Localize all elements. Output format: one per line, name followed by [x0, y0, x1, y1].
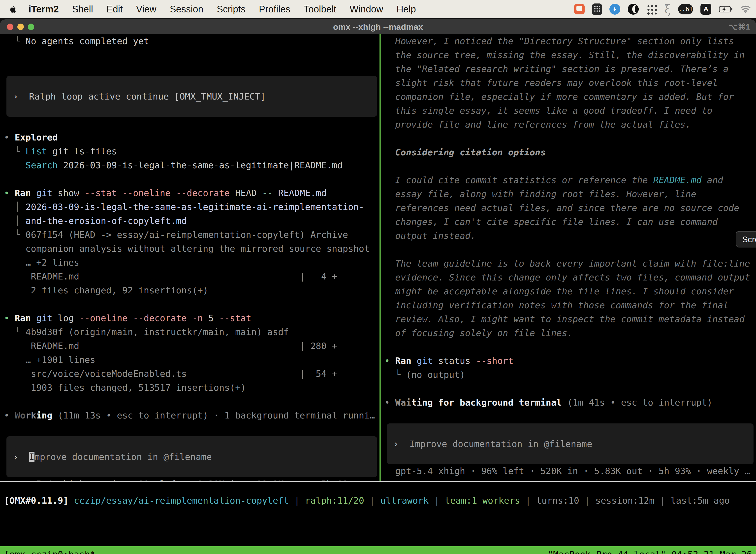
left-input-box[interactable]: › Improve documentation in @filename	[6, 436, 377, 477]
terminal-pane-left[interactable]: └ No agents completed yet › Ralph loop a…	[0, 34, 379, 481]
prompt-chevron: ›	[13, 452, 29, 462]
menu-item-help[interactable]: Help	[390, 4, 423, 15]
terminal-line: slight risk that future readers may over…	[384, 76, 756, 90]
terminal-line: including verification notes with those …	[384, 298, 756, 312]
left-output-top: └ No agents completed yet	[4, 34, 379, 62]
menu-item-shell[interactable]: Shell	[65, 4, 100, 15]
a-badge-status-icon[interactable]: A	[700, 4, 711, 15]
terminal-line: └ List git ls-files	[4, 145, 379, 158]
app-grid-status-icon[interactable]	[646, 4, 657, 15]
terminal-line	[4, 48, 379, 62]
screen-share-overlay-button[interactable]: Scre	[736, 231, 756, 247]
terminal-line: └ (no output)	[384, 368, 756, 382]
terminal-line: The team guideline is to back every impo…	[384, 257, 756, 271]
menu-item-toolbelt[interactable]: Toolbelt	[297, 4, 343, 15]
terminal-line: changes, I can't cite specific file line…	[384, 215, 756, 229]
dark-mode-status-icon[interactable]	[628, 4, 639, 15]
menu-item-profiles[interactable]: Profiles	[252, 4, 297, 15]
terminal-line: evidence. Since this change only affects…	[384, 271, 756, 284]
terminal-line: this single essay, it seems like a good …	[384, 104, 756, 118]
terminal-line: gpt-5.4 xhigh · 96% left · 520K in · 5.8…	[384, 464, 756, 478]
keyboard-status-icon[interactable]	[592, 3, 602, 15]
count-badge-status-icon[interactable]: ..61	[678, 4, 693, 14]
wifi-status-icon[interactable]	[740, 5, 751, 13]
messenger-status-icon[interactable]	[610, 4, 620, 15]
prompt-text: Ralph loop active continue [OMX_TMUX_INJ…	[29, 91, 266, 102]
terminal-line: the "Related research writing" section i…	[384, 62, 756, 76]
terminal-line	[384, 340, 756, 354]
prompt-chevron: ›	[393, 439, 410, 449]
right-session-status: gpt-5.4 xhigh · 96% left · 520K in · 5.8…	[384, 464, 756, 478]
terminal-pane-right[interactable]: However, I noticed the "Directory Struct…	[381, 34, 756, 481]
terminal-line: 2 files changed, 92 insertions(+)	[4, 283, 379, 297]
chat-app-status-icon[interactable]	[574, 4, 585, 14]
input-text: Improve documentation in @filename	[410, 439, 592, 449]
menu-item-edit[interactable]: Edit	[100, 4, 129, 15]
terminal-line	[4, 117, 379, 130]
menu-item-session[interactable]: Session	[163, 4, 210, 15]
menu-item-iterm2[interactable]: iTerm2	[22, 4, 65, 15]
terminal-line: companion file, especially if more comme…	[384, 90, 756, 104]
terminal-line: • Explored	[4, 130, 379, 145]
apple-menu-icon[interactable]	[8, 4, 18, 14]
terminal-line: src/voice/voiceModeEnabled.ts | 54 +	[4, 367, 379, 381]
menu-item-scripts[interactable]: Scripts	[210, 4, 252, 15]
tmux-panes: └ No agents completed yet › Ralph loop a…	[0, 34, 756, 482]
terminal-line: … +2 lines	[4, 256, 379, 270]
terminal-line: … +1901 lines	[4, 353, 379, 367]
terminal-line: • Ran git log --oneline --decorate -n 5 …	[4, 311, 379, 325]
terminal-line	[4, 172, 379, 186]
terminal-line: provide file and line references from th…	[384, 118, 756, 131]
terminal-line	[4, 395, 379, 408]
terminal-line: the source tree, missing the essay. Stil…	[384, 48, 756, 62]
terminal-line	[384, 382, 756, 396]
menu-item-window[interactable]: Window	[343, 4, 390, 15]
terminal-line: output instead.	[384, 229, 756, 243]
omx-status: [OMX#0.11.9] cczip/essay/ai-reimplementa…	[0, 494, 756, 508]
right-output-main: However, I noticed the "Directory Struct…	[384, 34, 756, 409]
prompt-chevron: ›	[13, 91, 29, 102]
window-title: omx --xhigh --madmax	[0, 22, 756, 32]
terminal-line	[384, 159, 756, 173]
left-output-main: • Explored └ List git ls-files Search 20…	[4, 117, 379, 423]
tmux-status-bar: [omx-cczip0:bash* "MacBook-Pro-44.local"…	[0, 546, 756, 554]
terminal-line: might be acceptable alongside the file l…	[384, 284, 756, 298]
iterm2-window: omx --xhigh --madmax ⌥⌘1 └ No agents com…	[0, 19, 756, 554]
left-prompt-box-top[interactable]: › Ralph loop active continue [OMX_TMUX_I…	[6, 76, 377, 117]
window-titlebar[interactable]: omx --xhigh --madmax ⌥⌘1	[0, 19, 756, 34]
terminal-line: gpt-5.4 xhigh · main · 91% left · 2.31M …	[4, 477, 379, 481]
terminal-line: review. Also, I might want to inspect th…	[384, 312, 756, 326]
terminal-line: • Waiting for background terminal (1m 41…	[384, 396, 756, 409]
text-cursor: I	[29, 452, 35, 462]
terminal-line: essay file, along with finding root file…	[384, 187, 756, 201]
omx-footer-zone: [OMX#0.11.9] cczip/essay/ai-reimplementa…	[0, 494, 756, 546]
squiggle-status-icon[interactable]: ξ	[665, 4, 671, 15]
menu-item-view[interactable]: View	[129, 4, 163, 15]
terminal-line: • Ran git show --stat --oneline --decora…	[4, 186, 379, 200]
terminal-line: └ No agents completed yet	[4, 34, 379, 48]
terminal-line: Considering citation options	[384, 146, 756, 159]
terminal-line: • Ran git status --short	[384, 354, 756, 368]
terminal-line	[384, 131, 756, 146]
tmux-host-clock: "MacBook-Pro-44.local" 04:52 31-Mar-26	[548, 549, 752, 554]
terminal-line: └ 4b9d30f (origin/main, instructkr/main,…	[4, 325, 379, 339]
terminal-line: └ 067f154 (HEAD -> essay/ai-reimplementa…	[4, 228, 379, 242]
right-input-box[interactable]: › Improve documentation in @filename	[387, 424, 754, 464]
terminal-line: README.md | 4 +	[4, 270, 379, 283]
terminal-line: │ 2026-03-09-is-legal-the-same-as-legiti…	[4, 200, 379, 214]
terminal-line: README.md | 280 +	[4, 339, 379, 353]
terminal-line: I could cite commit statistics or refere…	[384, 173, 756, 187]
macos-menubar: iTerm2 Shell Edit View Session Scripts P…	[0, 0, 756, 18]
terminal-line	[4, 297, 379, 311]
omx-status-line: [OMX#0.11.9] cczip/essay/ai-reimplementa…	[4, 494, 756, 508]
battery-status-icon[interactable]	[719, 6, 733, 13]
terminal-line: │ and-the-erosion-of-copyleft.md	[4, 214, 379, 228]
terminal-line: Search 2026-03-09-is-legal-the-same-as-l…	[4, 158, 379, 172]
terminal-line: references need actual files, and since …	[384, 201, 756, 215]
terminal-line	[384, 243, 756, 257]
terminal-line: 1903 files changed, 513517 insertions(+)	[4, 381, 379, 395]
input-text: mprove documentation in @filename	[35, 452, 212, 462]
tmux-window-tab[interactable]: [omx-cczip0:bash*	[4, 549, 95, 554]
terminal-line: • Working (11m 13s • esc to interrupt) ·…	[4, 408, 379, 423]
left-session-status: gpt-5.4 xhigh · main · 91% left · 2.31M …	[4, 477, 379, 481]
